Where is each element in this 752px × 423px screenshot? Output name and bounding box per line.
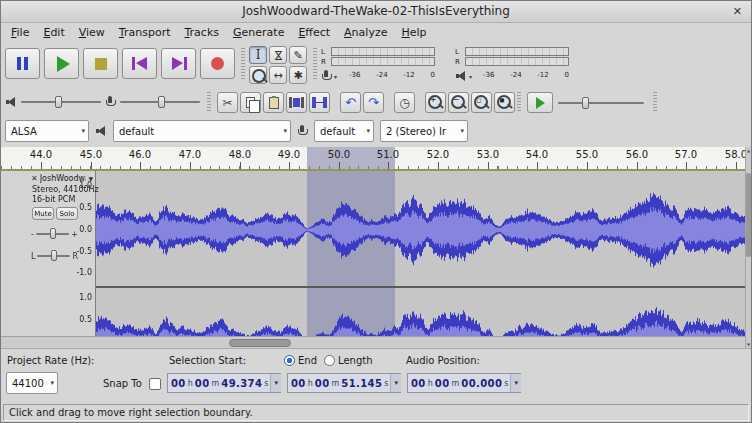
output-volume-slider[interactable]	[21, 94, 101, 110]
pause-button[interactable]	[5, 48, 40, 79]
track-close-icon[interactable]: ✕	[31, 174, 38, 183]
speaker-icon	[455, 70, 467, 82]
zoom-in-icon: +	[427, 94, 444, 111]
skip-to-start-button[interactable]	[122, 48, 157, 79]
chevron-down-icon: ▾	[456, 127, 464, 135]
skip-to-end-button[interactable]	[161, 48, 196, 79]
toolbar-grip[interactable]	[207, 92, 211, 112]
play-button[interactable]	[44, 48, 79, 79]
fit-selection-button[interactable]: ◻	[471, 92, 492, 113]
zoom-out-button[interactable]: −	[448, 92, 469, 113]
menu-tracks[interactable]: Tracks	[177, 24, 226, 41]
end-radio[interactable]: End	[284, 355, 317, 366]
timeline-ruler[interactable]: 44.0 45.0 46.0 47.0 48.0 49.0 50.0 51.0 …	[1, 147, 745, 171]
waveform-canvas[interactable]	[96, 171, 745, 336]
timeline-tick-label: 54.0	[526, 149, 548, 160]
silence-icon	[312, 97, 327, 108]
meter-scale-label: 0	[565, 71, 569, 79]
timeline-tick-label: 46.0	[129, 149, 151, 160]
play-at-speed-button[interactable]	[527, 92, 553, 113]
status-message-panel: Click and drag to move right selection b…	[3, 404, 749, 421]
trim-audio-button[interactable]	[286, 92, 307, 113]
input-device-select[interactable]: default ▾	[314, 120, 374, 142]
trim-icon	[289, 97, 304, 108]
scroll-up-icon[interactable]: ▲	[746, 148, 751, 153]
toolbar-grip[interactable]	[653, 92, 657, 112]
menu-effect[interactable]: Effect	[291, 24, 337, 41]
input-volume-slider[interactable]	[120, 94, 200, 110]
copy-button[interactable]	[240, 92, 261, 113]
amplitude-scale-label: 1.0	[65, 293, 92, 302]
zoom-tool-button[interactable]	[249, 66, 267, 84]
menu-analyze[interactable]: Analyze	[337, 24, 394, 41]
field-dropdown-icon[interactable]: ▾	[390, 374, 401, 392]
title-bar[interactable]: JoshWoodward-TheWake-02-ThisIsEverything…	[1, 1, 751, 23]
input-channels-select[interactable]: 2 (Stereo) Ir ▾	[380, 120, 468, 142]
snap-to-checkbox[interactable]	[149, 378, 161, 390]
selection-tool-button[interactable]: I	[249, 46, 267, 64]
meter-dropdown-icon[interactable]: ▾	[469, 73, 472, 80]
window-close-icon[interactable]: ✕	[733, 1, 742, 22]
undo-button[interactable]: ↶	[340, 92, 361, 113]
recording-meter[interactable]: L R ▾ -36 -24 -12 0	[319, 47, 449, 85]
selection-end-field[interactable]: 00h00m51.145s ▾	[287, 373, 401, 393]
menu-generate[interactable]: Generate	[226, 24, 291, 41]
paste-button[interactable]	[263, 92, 284, 113]
timeline-tick-label: 57.0	[675, 149, 697, 160]
end-minutes: 00	[315, 378, 330, 389]
menu-edit[interactable]: Edit	[36, 24, 71, 41]
pan-thumb[interactable]	[51, 250, 57, 261]
audio-position-field[interactable]: 00h00m00.000s ▾	[407, 373, 521, 393]
meter-channel-label: L	[455, 47, 459, 57]
length-radio[interactable]: Length	[324, 355, 373, 366]
play-at-speed-toolbar	[527, 92, 644, 113]
slider-thumb[interactable]	[55, 96, 62, 108]
slider-thumb[interactable]	[582, 97, 589, 109]
horizontal-scrollbar-thumb[interactable]	[229, 339, 291, 347]
timeshift-tool-button[interactable]: ↔	[269, 66, 287, 84]
stop-button[interactable]	[83, 48, 118, 79]
audio-host-select[interactable]: ALSA ▾	[5, 120, 89, 142]
chevron-down-icon: ▾	[362, 127, 370, 135]
multi-tool-button[interactable]: ✱	[289, 66, 307, 84]
gain-thumb[interactable]	[50, 228, 56, 239]
menu-bar: File Edit View Transport Tracks Generate…	[1, 23, 751, 41]
menu-help[interactable]: Help	[394, 24, 433, 41]
redo-button[interactable]: ↷	[363, 92, 384, 113]
envelope-tool-button[interactable]: ⋈	[269, 46, 287, 64]
vertical-scrollbar[interactable]: ▲ ▼	[745, 147, 751, 348]
selection-start-field[interactable]: 00h00m49.374s ▾	[167, 373, 281, 393]
menu-transport[interactable]: Transport	[112, 24, 178, 41]
toolbar-grip[interactable]	[241, 48, 245, 80]
toolbar-grip[interactable]	[313, 48, 317, 80]
end-radio-icon[interactable]	[284, 355, 295, 366]
playback-meter[interactable]: L R ▾ -36 -24 -12 0	[453, 47, 583, 85]
menu-view[interactable]: View	[72, 24, 112, 41]
draw-tool-button[interactable]: ✎	[289, 46, 307, 64]
field-dropdown-icon[interactable]: ▾	[270, 374, 281, 392]
seconds-unit: s	[504, 379, 508, 388]
zoom-in-button[interactable]: +	[425, 92, 446, 113]
sync-lock-button[interactable]: ◷	[394, 92, 415, 113]
snap-to-label: Snap To	[103, 378, 142, 389]
minutes-unit: m	[212, 379, 220, 388]
silence-audio-button[interactable]	[309, 92, 330, 113]
cut-button[interactable]: ✂	[217, 92, 238, 113]
horizontal-scrollbar[interactable]	[1, 336, 745, 348]
mute-button[interactable]: Mute	[32, 207, 54, 220]
record-icon	[211, 57, 224, 70]
vertical-scrollbar-thumb[interactable]	[746, 173, 751, 257]
end-seconds: 51.145	[341, 378, 382, 389]
project-rate-select[interactable]: 44100 ▾	[6, 372, 58, 394]
scroll-down-icon[interactable]: ▼	[746, 342, 751, 347]
field-dropdown-icon[interactable]: ▾	[510, 374, 521, 392]
record-button[interactable]	[200, 48, 235, 79]
menu-file[interactable]: File	[4, 24, 36, 41]
toolbar-grip[interactable]	[517, 92, 521, 112]
fit-project-button[interactable]: ◼	[494, 92, 515, 113]
length-radio-icon[interactable]	[324, 355, 335, 366]
output-device-select[interactable]: default ▾	[113, 120, 291, 142]
slider-thumb[interactable]	[158, 96, 165, 108]
play-speed-slider[interactable]	[558, 95, 644, 111]
meter-dropdown-icon[interactable]: ▾	[334, 73, 337, 80]
